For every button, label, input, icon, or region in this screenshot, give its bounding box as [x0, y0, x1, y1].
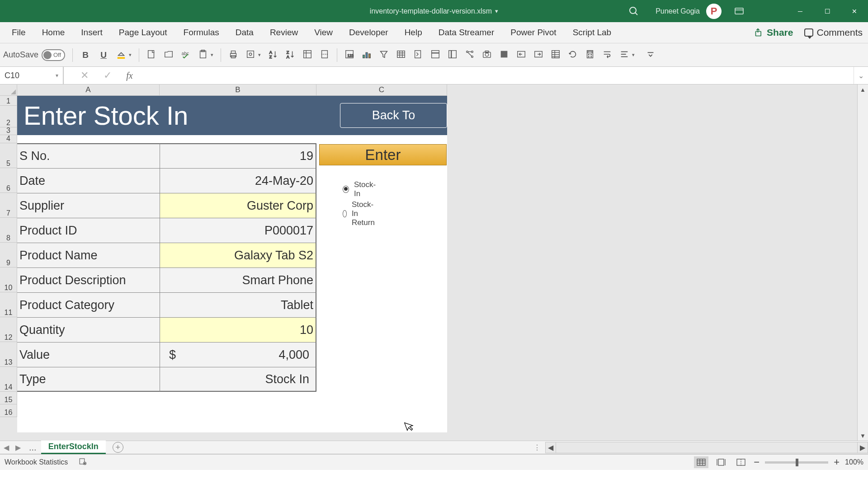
tab-page-layout[interactable]: Page Layout — [111, 22, 175, 43]
name-box[interactable]: C10 ▾ — [0, 67, 63, 84]
share-button[interactable]: Share — [755, 27, 793, 38]
chart-button[interactable] — [362, 49, 372, 61]
insert-function-button[interactable]: fx — [126, 70, 132, 81]
tab-insert[interactable]: Insert — [73, 22, 111, 43]
macros-button[interactable] — [413, 49, 423, 61]
group-button[interactable] — [448, 49, 458, 61]
field-value[interactable]: 24-May-20 — [160, 168, 316, 193]
scroll-right-button[interactable]: ▶ — [857, 442, 868, 453]
camera-button[interactable] — [482, 49, 492, 61]
sort-desc-button[interactable]: ZA — [285, 49, 295, 61]
row-header[interactable]: 7 — [0, 193, 17, 218]
merge-right-button[interactable] — [533, 49, 543, 61]
page-layout-view-button[interactable] — [714, 456, 728, 468]
field-value[interactable]: $4,000 — [160, 342, 316, 367]
open-button[interactable] — [164, 49, 174, 61]
tab-developer[interactable]: Developer — [341, 22, 396, 43]
enter-formula-button[interactable]: ✓ — [104, 70, 112, 81]
sheet-nav-buttons[interactable]: ◀ ▶ — [0, 443, 24, 452]
sheet-tab-active[interactable]: EnterStockIn — [41, 441, 106, 454]
new-sheet-button[interactable] — [146, 49, 156, 61]
spreadsheet-grid[interactable]: A B C 1 2 3 4 5 6 7 8 9 10 11 12 13 14 1… — [0, 84, 868, 441]
column-header-a[interactable]: A — [17, 84, 160, 96]
cancel-formula-button[interactable]: ✕ — [80, 70, 89, 81]
field-label[interactable]: Supplier — [17, 193, 160, 218]
field-label[interactable]: Date — [17, 168, 160, 193]
row-header[interactable]: 8 — [0, 218, 17, 243]
normal-view-button[interactable] — [694, 456, 708, 468]
calculator-button[interactable] — [585, 49, 595, 61]
prev-sheet-button[interactable]: ◀ — [4, 443, 9, 452]
close-button[interactable]: ✕ — [841, 0, 868, 22]
enter-button[interactable]: Enter — [319, 144, 447, 165]
comments-button[interactable]: Comments — [804, 27, 863, 38]
page-break-view-button[interactable] — [734, 456, 748, 468]
align-button[interactable] — [619, 49, 629, 61]
field-label[interactable]: S No. — [17, 143, 160, 168]
wrap-text-button[interactable] — [602, 49, 612, 61]
row-header[interactable]: 9 — [0, 243, 17, 267]
column-header-c[interactable]: C — [316, 84, 447, 96]
macro-recording-icon[interactable] — [79, 457, 87, 467]
scroll-track[interactable] — [858, 94, 868, 431]
next-sheet-button[interactable]: ▶ — [15, 443, 21, 452]
form-button[interactable] — [551, 49, 561, 61]
back-to-button[interactable]: Back To — [340, 103, 447, 128]
row-header[interactable]: 1 — [0, 96, 17, 106]
ribbon-display-options-button[interactable] — [728, 0, 750, 22]
tab-view[interactable]: View — [306, 22, 341, 43]
caret-icon[interactable]: ▾ — [211, 52, 213, 58]
tab-help[interactable]: Help — [396, 22, 430, 43]
tab-data-streamer[interactable]: Data Streamer — [430, 22, 503, 43]
zoom-in-button[interactable]: + — [834, 456, 840, 468]
fill-color-button[interactable] — [116, 49, 126, 61]
table-button[interactable] — [396, 49, 406, 61]
field-value[interactable]: 10 — [160, 317, 316, 342]
name-box-caret-icon[interactable]: ▾ — [56, 72, 58, 79]
add-sheet-button[interactable]: + — [113, 442, 123, 453]
field-value[interactable]: Tablet — [160, 292, 316, 317]
underline-button[interactable]: U — [98, 50, 109, 61]
field-label[interactable]: Product Description — [17, 267, 160, 292]
autosave-control[interactable]: AutoSave Off — [3, 49, 65, 61]
maximize-button[interactable]: ☐ — [814, 0, 841, 22]
workbook-stats-label[interactable]: Workbook Statistics — [5, 458, 68, 466]
formula-input[interactable] — [147, 67, 854, 84]
field-label[interactable]: Product Category — [17, 292, 160, 317]
freeze-button[interactable] — [430, 49, 440, 61]
zoom-slider[interactable] — [765, 461, 828, 464]
file-title-area[interactable]: inventory-template-dollar-version.xlsm ▾ — [370, 7, 498, 15]
print-button[interactable] — [228, 49, 238, 61]
field-value[interactable]: Galaxy Tab S2 — [160, 243, 316, 267]
field-value[interactable]: 19 — [160, 143, 316, 168]
row-header[interactable]: 12 — [0, 317, 17, 342]
tab-data[interactable]: Data — [227, 22, 262, 43]
row-header[interactable]: 3 — [0, 127, 17, 135]
paste-button[interactable] — [198, 49, 208, 61]
merge-left-button[interactable] — [516, 49, 526, 61]
minimize-button[interactable]: ─ — [787, 0, 814, 22]
scroll-up-button[interactable]: ▲ — [858, 84, 868, 94]
strikethrough-button[interactable] — [499, 49, 509, 61]
search-button[interactable] — [628, 0, 639, 22]
row-header[interactable]: 2 — [0, 106, 17, 127]
tab-power-pivot[interactable]: Power Pivot — [502, 22, 564, 43]
sheet-list-button[interactable]: ... — [24, 442, 41, 453]
row-header[interactable]: 10 — [0, 267, 17, 292]
tab-home[interactable]: Home — [34, 22, 73, 43]
avatar[interactable]: P — [706, 4, 722, 19]
select-all-corner[interactable] — [0, 84, 17, 96]
field-value[interactable]: Stock In — [160, 367, 316, 392]
row-header[interactable]: 13 — [0, 342, 17, 367]
row-header[interactable]: 11 — [0, 292, 17, 317]
vertical-scrollbar[interactable]: ▲ ▼ — [857, 84, 868, 441]
file-menu-caret-icon[interactable]: ▾ — [495, 8, 498, 14]
row-header[interactable]: 14 — [0, 367, 17, 392]
field-label[interactable]: Product ID — [17, 218, 160, 243]
caret-icon[interactable]: ▾ — [129, 52, 132, 58]
field-value[interactable]: Guster Corp — [160, 193, 316, 218]
autosave-toggle[interactable]: Off — [42, 49, 65, 61]
row-header[interactable]: 4 — [0, 135, 17, 143]
page-break-button[interactable] — [320, 49, 330, 61]
row-header[interactable]: 16 — [0, 404, 17, 417]
